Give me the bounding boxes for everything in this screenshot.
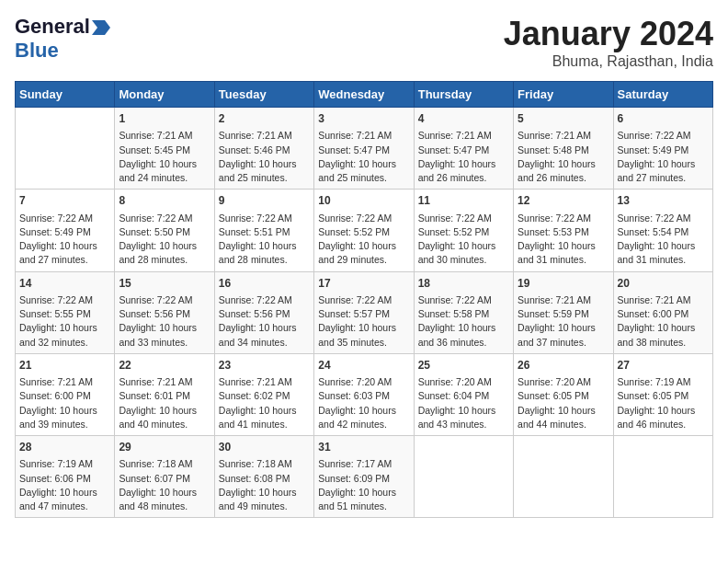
calendar-cell: 22Sunrise: 7:21 AMSunset: 6:01 PMDayligh… bbox=[115, 353, 214, 435]
day-info-line: Daylight: 10 hours bbox=[19, 404, 110, 418]
day-info-line: and 36 minutes. bbox=[418, 336, 509, 350]
day-info-line: Daylight: 10 hours bbox=[119, 321, 210, 335]
day-info-line: Sunset: 6:06 PM bbox=[19, 472, 110, 486]
day-info-line: Sunset: 6:07 PM bbox=[119, 472, 210, 486]
day-number: 25 bbox=[418, 358, 509, 373]
calendar-cell: 25Sunrise: 7:20 AMSunset: 6:04 PMDayligh… bbox=[414, 353, 513, 435]
day-info-line: and 25 minutes. bbox=[219, 171, 310, 185]
day-info-line: Sunset: 5:49 PM bbox=[19, 225, 110, 239]
header-thursday: Thursday bbox=[414, 82, 513, 108]
calendar-table: SundayMondayTuesdayWednesdayThursdayFrid… bbox=[15, 81, 713, 518]
day-info-line: Sunrise: 7:22 AM bbox=[618, 212, 709, 225]
day-info-line: and 51 minutes. bbox=[318, 500, 409, 513]
day-info-line: and 24 minutes. bbox=[119, 171, 210, 185]
day-info-line: and 34 minutes. bbox=[219, 336, 310, 350]
day-info-line: Daylight: 10 hours bbox=[219, 486, 310, 500]
calendar-cell bbox=[414, 436, 513, 518]
calendar-cell: 17Sunrise: 7:22 AMSunset: 5:57 PMDayligh… bbox=[314, 271, 414, 353]
day-info-line: Sunset: 5:48 PM bbox=[518, 144, 609, 157]
day-number: 9 bbox=[219, 193, 310, 209]
day-info-line: Sunset: 6:09 PM bbox=[318, 472, 409, 486]
day-number: 11 bbox=[418, 193, 509, 209]
day-info-line: and 32 minutes. bbox=[19, 336, 110, 350]
calendar-cell: 19Sunrise: 7:21 AMSunset: 5:59 PMDayligh… bbox=[514, 271, 613, 353]
day-info-line: and 42 minutes. bbox=[318, 418, 409, 431]
day-info-line: Sunrise: 7:21 AM bbox=[618, 293, 709, 307]
day-info-line: Sunset: 6:04 PM bbox=[418, 389, 509, 403]
day-info-line: Sunrise: 7:22 AM bbox=[318, 212, 409, 225]
day-number: 3 bbox=[318, 111, 409, 127]
day-info-line: and 47 minutes. bbox=[19, 500, 110, 513]
day-info-line: Sunrise: 7:21 AM bbox=[418, 129, 509, 143]
logo-text-blue: Blue bbox=[15, 39, 59, 63]
day-info-line: and 31 minutes. bbox=[618, 253, 709, 267]
day-info-line: and 31 minutes. bbox=[518, 253, 609, 267]
day-info-line: and 43 minutes. bbox=[418, 418, 509, 431]
day-info-line: and 38 minutes. bbox=[618, 336, 709, 350]
day-info-line: Sunset: 6:08 PM bbox=[219, 472, 310, 486]
day-info-line: Sunset: 5:45 PM bbox=[119, 144, 210, 157]
day-info-line: Sunrise: 7:22 AM bbox=[418, 293, 509, 307]
day-info-line: Sunset: 6:01 PM bbox=[119, 389, 210, 403]
day-info-line: Sunset: 5:56 PM bbox=[219, 307, 310, 321]
calendar-cell: 12Sunrise: 7:22 AMSunset: 5:53 PMDayligh… bbox=[514, 190, 613, 271]
day-info-line: Daylight: 10 hours bbox=[219, 404, 310, 418]
day-info-line: Daylight: 10 hours bbox=[119, 486, 210, 500]
day-number: 18 bbox=[418, 276, 509, 292]
header-saturday: Saturday bbox=[613, 82, 712, 108]
logo: General Blue bbox=[15, 15, 110, 63]
day-info-line: Sunset: 6:00 PM bbox=[618, 307, 709, 321]
day-number: 21 bbox=[19, 358, 110, 373]
calendar-cell: 23Sunrise: 7:21 AMSunset: 6:02 PMDayligh… bbox=[214, 353, 313, 435]
day-info-line: and 33 minutes. bbox=[119, 336, 210, 350]
calendar-cell: 29Sunrise: 7:18 AMSunset: 6:07 PMDayligh… bbox=[115, 436, 214, 518]
day-info-line: Sunrise: 7:21 AM bbox=[219, 129, 310, 143]
calendar-cell: 2Sunrise: 7:21 AMSunset: 5:46 PMDaylight… bbox=[214, 108, 313, 190]
day-info-line: Daylight: 10 hours bbox=[318, 486, 409, 500]
day-info-line: Sunset: 5:47 PM bbox=[318, 144, 409, 157]
logo-text-general: General bbox=[15, 15, 90, 39]
day-info-line: Daylight: 10 hours bbox=[219, 239, 310, 253]
day-number: 20 bbox=[618, 276, 709, 292]
calendar-week-4: 21Sunrise: 7:21 AMSunset: 6:00 PMDayligh… bbox=[16, 353, 713, 435]
day-info-line: Sunrise: 7:22 AM bbox=[19, 293, 110, 307]
header-monday: Monday bbox=[115, 82, 214, 108]
day-info-line: Sunrise: 7:21 AM bbox=[219, 375, 310, 389]
calendar-subtitle: Bhuma, Rajasthan, India bbox=[504, 53, 713, 70]
day-info-line: and 27 minutes. bbox=[19, 253, 110, 267]
day-info-line: Daylight: 10 hours bbox=[518, 404, 609, 418]
day-info-line: Sunrise: 7:20 AM bbox=[418, 375, 509, 389]
calendar-cell bbox=[16, 108, 115, 190]
day-number: 19 bbox=[518, 276, 609, 292]
day-info-line: Sunrise: 7:18 AM bbox=[119, 457, 210, 471]
day-info-line: Daylight: 10 hours bbox=[418, 404, 509, 418]
day-info-line: and 26 minutes. bbox=[418, 171, 509, 185]
day-number: 16 bbox=[219, 276, 310, 292]
calendar-header-row: SundayMondayTuesdayWednesdayThursdayFrid… bbox=[16, 82, 713, 108]
day-info-line: Daylight: 10 hours bbox=[318, 239, 409, 253]
day-info-line: Daylight: 10 hours bbox=[418, 321, 509, 335]
day-info-line: Sunrise: 7:19 AM bbox=[19, 457, 110, 471]
calendar-cell: 6Sunrise: 7:22 AMSunset: 5:49 PMDaylight… bbox=[613, 108, 712, 190]
day-info-line: and 30 minutes. bbox=[418, 253, 509, 267]
day-number: 7 bbox=[19, 193, 110, 209]
calendar-cell: 10Sunrise: 7:22 AMSunset: 5:52 PMDayligh… bbox=[314, 190, 414, 271]
header-sunday: Sunday bbox=[16, 82, 115, 108]
day-info-line: Sunset: 6:05 PM bbox=[618, 389, 709, 403]
day-info-line: and 35 minutes. bbox=[318, 336, 409, 350]
day-info-line: Sunset: 5:53 PM bbox=[518, 225, 609, 239]
calendar-cell: 14Sunrise: 7:22 AMSunset: 5:55 PMDayligh… bbox=[16, 271, 115, 353]
page-header: General Blue January 2024 Bhuma, Rajasth… bbox=[15, 15, 713, 70]
day-info-line: Sunrise: 7:20 AM bbox=[318, 375, 409, 389]
day-info-line: Sunset: 5:56 PM bbox=[119, 307, 210, 321]
calendar-cell: 13Sunrise: 7:22 AMSunset: 5:54 PMDayligh… bbox=[613, 190, 712, 271]
day-info-line: Daylight: 10 hours bbox=[518, 239, 609, 253]
day-info-line: Sunset: 6:02 PM bbox=[219, 389, 310, 403]
day-number: 26 bbox=[518, 358, 609, 373]
calendar-cell: 31Sunrise: 7:17 AMSunset: 6:09 PMDayligh… bbox=[314, 436, 414, 518]
day-info-line: Daylight: 10 hours bbox=[119, 404, 210, 418]
day-info-line: and 48 minutes. bbox=[119, 500, 210, 513]
day-info-line: and 28 minutes. bbox=[219, 253, 310, 267]
day-info-line: Sunrise: 7:22 AM bbox=[19, 212, 110, 225]
calendar-cell: 8Sunrise: 7:22 AMSunset: 5:50 PMDaylight… bbox=[115, 190, 214, 271]
